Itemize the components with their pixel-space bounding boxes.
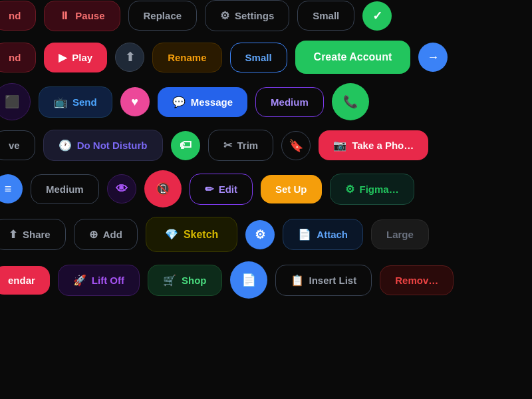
- browser-btn[interactable]: ⬛: [0, 83, 31, 120]
- attach-btn[interactable]: 📄Attach: [283, 219, 363, 250]
- share-btn[interactable]: ⬆Share: [0, 219, 66, 250]
- row-row2: nd▶Play⬆RenameSmallCreate Account→: [0, 41, 532, 74]
- checkmark-btn[interactable]: ✓: [362, 1, 392, 31]
- take-photo-btn-icon: 📷: [333, 139, 346, 152]
- create-account-btn[interactable]: Create Account: [295, 41, 411, 74]
- edit-btn[interactable]: ✏Edit: [190, 174, 253, 205]
- share-btn-icon: ⬆: [9, 228, 17, 241]
- trim-btn-icon: ✂: [223, 139, 232, 152]
- row-row7: endar🚀Lift Off🛒Shop📄📋Insert ListRemov…: [0, 261, 532, 299]
- endcall-btn-icon: 📵: [156, 182, 170, 196]
- send-btn[interactable]: 📺Send: [39, 86, 112, 118]
- figma-btn-label: Figma…: [360, 184, 399, 195]
- eye-btn-icon: 👁: [116, 182, 128, 196]
- attach-btn-label: Attach: [317, 229, 348, 240]
- play-btn-icon: ▶: [59, 51, 66, 64]
- arrow-btn-icon: →: [427, 51, 439, 65]
- phone-btn[interactable]: 📞: [332, 83, 369, 120]
- play-btn[interactable]: ▶Play: [44, 43, 107, 72]
- small-btn-label: Small: [313, 10, 339, 21]
- nd2-btn[interactable]: nd: [0, 43, 36, 72]
- endar-btn-label: endar: [8, 275, 35, 286]
- sketch-btn[interactable]: 💎Sketch: [146, 217, 237, 252]
- row-row6: ⬆Share⊕Add💎Sketch⚙📄AttachLarge: [0, 217, 532, 252]
- insertlist-btn[interactable]: 📋Insert List: [275, 265, 372, 296]
- replace-btn-label: Replace: [144, 10, 182, 21]
- small2-btn[interactable]: Small: [230, 43, 287, 72]
- checkmark-btn-icon: ✓: [372, 9, 382, 23]
- ve-btn[interactable]: ve: [0, 130, 35, 160]
- pause-btn[interactable]: ⏸Pause: [44, 1, 120, 31]
- rename-btn[interactable]: Rename: [152, 43, 221, 72]
- send-btn-label: Send: [72, 96, 97, 108]
- shop-btn[interactable]: 🛒Shop: [148, 265, 222, 296]
- dnd-btn[interactable]: 🕐Do Not Disturb: [43, 130, 163, 161]
- shop-btn-icon: 🛒: [163, 274, 176, 287]
- document-btn-icon: 📄: [241, 273, 256, 287]
- row-row1: nd⏸PauseReplace⚙SettingsSmall✓: [0, 0, 532, 31]
- dnd-btn-icon: 🕐: [59, 139, 72, 152]
- add-btn-icon: ⊕: [89, 228, 98, 241]
- endcall-btn[interactable]: 📵: [144, 170, 182, 207]
- settings-btn-label: Settings: [235, 10, 274, 21]
- liftoff-btn-label: Lift Off: [92, 275, 124, 286]
- small-btn[interactable]: Small: [297, 1, 354, 31]
- bookmark-btn[interactable]: 🔖: [281, 131, 311, 160]
- message-btn[interactable]: 💬Message: [158, 87, 247, 117]
- ve-btn-label: ve: [9, 140, 20, 151]
- liftoff-btn[interactable]: 🚀Lift Off: [58, 265, 140, 296]
- heart-btn[interactable]: ♥: [120, 87, 150, 116]
- settings-btn-icon: ⚙: [220, 9, 229, 22]
- bookmark-btn-icon: 🔖: [289, 138, 303, 153]
- sliders-btn[interactable]: ⚙: [245, 220, 275, 249]
- sliders-btn-icon: ⚙: [255, 227, 265, 242]
- nd2-btn-label: nd: [9, 52, 21, 63]
- message-btn-icon: 💬: [172, 96, 186, 108]
- share-btn-label: Share: [23, 229, 51, 240]
- tag-btn[interactable]: 🏷: [171, 131, 200, 160]
- pause-btn-icon: ⏸: [59, 10, 70, 22]
- figma-btn[interactable]: ⚙Figma…: [330, 174, 414, 205]
- sketch-btn-icon: 💎: [165, 228, 178, 241]
- setup-btn[interactable]: Set Up: [261, 175, 322, 203]
- remove-btn[interactable]: Remov…: [380, 265, 454, 295]
- medium-btn[interactable]: Medium: [255, 87, 324, 117]
- large-btn[interactable]: Large: [371, 219, 429, 249]
- trim-btn-label: Trim: [237, 140, 259, 151]
- list-btn[interactable]: ≡: [0, 174, 23, 203]
- take-photo-btn[interactable]: 📷Take a Pho…: [319, 130, 428, 160]
- large-btn-label: Large: [386, 229, 414, 240]
- shop-btn-label: Shop: [182, 275, 207, 286]
- edit-btn-icon: ✏: [205, 183, 213, 196]
- settings-btn[interactable]: ⚙Settings: [205, 0, 289, 31]
- endar-btn[interactable]: endar: [0, 266, 50, 295]
- message-btn-label: Message: [191, 96, 233, 108]
- nd-btn-label: nd: [9, 10, 21, 21]
- send-btn-icon: 📺: [54, 96, 67, 108]
- arrow-btn[interactable]: →: [418, 43, 448, 72]
- take-photo-btn-label: Take a Pho…: [352, 140, 414, 151]
- replace-btn[interactable]: Replace: [128, 1, 198, 31]
- medium2-btn[interactable]: Medium: [31, 174, 99, 204]
- upload-btn[interactable]: ⬆: [115, 43, 144, 72]
- insertlist-btn-icon: 📋: [291, 274, 304, 287]
- sketch-btn-label: Sketch: [184, 229, 218, 241]
- add-btn[interactable]: ⊕Add: [74, 219, 138, 250]
- liftoff-btn-icon: 🚀: [73, 274, 86, 287]
- list-btn-icon: ≡: [5, 182, 12, 196]
- row-row4: ve🕐Do Not Disturb🏷✂Trim🔖📷Take a Pho…: [0, 130, 532, 161]
- phone-btn-icon: 📞: [343, 94, 358, 109]
- eye-btn[interactable]: 👁: [107, 174, 136, 203]
- nd-btn[interactable]: nd: [0, 1, 36, 31]
- document-btn[interactable]: 📄: [230, 261, 267, 299]
- create-account-btn-label: Create Account: [314, 51, 392, 63]
- pause-btn-label: Pause: [75, 10, 104, 21]
- trim-btn[interactable]: ✂Trim: [208, 130, 274, 161]
- row-row3: ⬛📺Send♥💬MessageMedium📞: [0, 83, 532, 120]
- remove-btn-label: Remov…: [395, 275, 438, 286]
- browser-btn-icon: ⬛: [5, 94, 19, 109]
- attach-btn-icon: 📄: [298, 228, 311, 241]
- setup-btn-label: Set Up: [275, 184, 307, 195]
- heart-btn-icon: ♥: [131, 95, 138, 109]
- dnd-btn-label: Do Not Disturb: [77, 140, 148, 151]
